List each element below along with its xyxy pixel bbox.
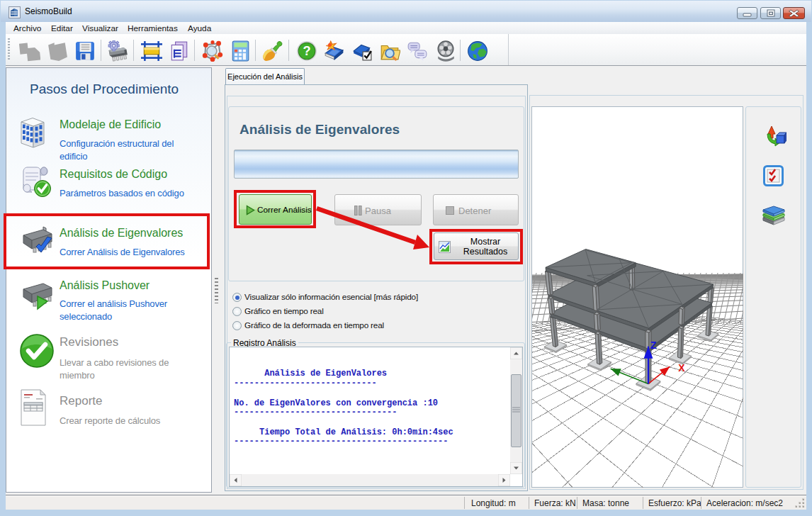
- svg-text:X: X: [678, 362, 685, 374]
- svg-text:?: ?: [303, 44, 310, 58]
- svg-text:Z: Z: [650, 340, 657, 351]
